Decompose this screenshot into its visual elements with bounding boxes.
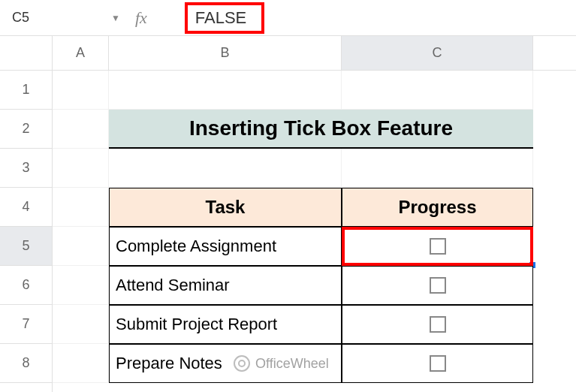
spreadsheet-area: 1 2 3 4 5 6 7 8 A B C Inserting Tick Box… [0, 36, 576, 392]
cell-C1[interactable] [342, 71, 533, 110]
cell-C3[interactable] [342, 149, 533, 188]
checkbox-icon[interactable] [430, 238, 446, 255]
fx-icon[interactable]: fx [135, 8, 147, 28]
cell-B3[interactable] [109, 149, 342, 188]
formula-value-highlight: FALSE [185, 2, 264, 34]
row-header-3[interactable]: 3 [0, 149, 52, 188]
cell-reference[interactable]: C5 [6, 10, 111, 26]
checkbox-cell-4[interactable] [342, 344, 533, 383]
formula-bar: C5 ▼ fx FALSE [0, 0, 576, 36]
cell-A2[interactable] [53, 110, 109, 149]
cell-B1[interactable] [109, 71, 342, 110]
title-cell[interactable]: Inserting Tick Box Feature [109, 110, 533, 149]
formula-value[interactable]: FALSE [195, 8, 246, 27]
task-1[interactable]: Complete Assignment [109, 227, 342, 266]
cell-ref-dropdown-icon[interactable]: ▼ [111, 13, 120, 23]
row-header-1[interactable]: 1 [0, 71, 52, 110]
grid: A B C Inserting Tick Box Feature [53, 36, 576, 392]
row-headers: 1 2 3 4 5 6 7 8 [0, 36, 53, 392]
cells-area: Inserting Tick Box Feature Task Progress… [53, 71, 576, 383]
task-header[interactable]: Task [109, 188, 342, 227]
cell-A6[interactable] [53, 266, 109, 305]
checkbox-cell-1[interactable] [342, 227, 533, 266]
checkbox-icon[interactable] [430, 277, 446, 294]
row-header-8[interactable]: 8 [0, 344, 52, 383]
task-4[interactable]: Prepare Notes [109, 344, 342, 383]
row-header-6[interactable]: 6 [0, 266, 52, 305]
task-3[interactable]: Submit Project Report [109, 305, 342, 344]
select-all-corner[interactable] [0, 36, 52, 71]
cell-A4[interactable] [53, 188, 109, 227]
cell-A7[interactable] [53, 305, 109, 344]
row-header-7[interactable]: 7 [0, 305, 52, 344]
col-header-A[interactable]: A [53, 36, 109, 70]
col-header-B[interactable]: B [109, 36, 342, 70]
row-header-4[interactable]: 4 [0, 188, 52, 227]
col-header-C[interactable]: C [342, 36, 533, 70]
checkbox-icon[interactable] [430, 316, 446, 333]
column-headers: A B C [53, 36, 576, 71]
progress-header[interactable]: Progress [342, 188, 533, 227]
checkbox-cell-2[interactable] [342, 266, 533, 305]
cell-A5[interactable] [53, 227, 109, 266]
row-header-5[interactable]: 5 [0, 227, 52, 266]
cell-A1[interactable] [53, 71, 109, 110]
cell-A8[interactable] [53, 344, 109, 383]
cell-A3[interactable] [53, 149, 109, 188]
row-header-2[interactable]: 2 [0, 110, 52, 149]
checkbox-icon[interactable] [430, 355, 446, 372]
task-2[interactable]: Attend Seminar [109, 266, 342, 305]
checkbox-cell-3[interactable] [342, 305, 533, 344]
